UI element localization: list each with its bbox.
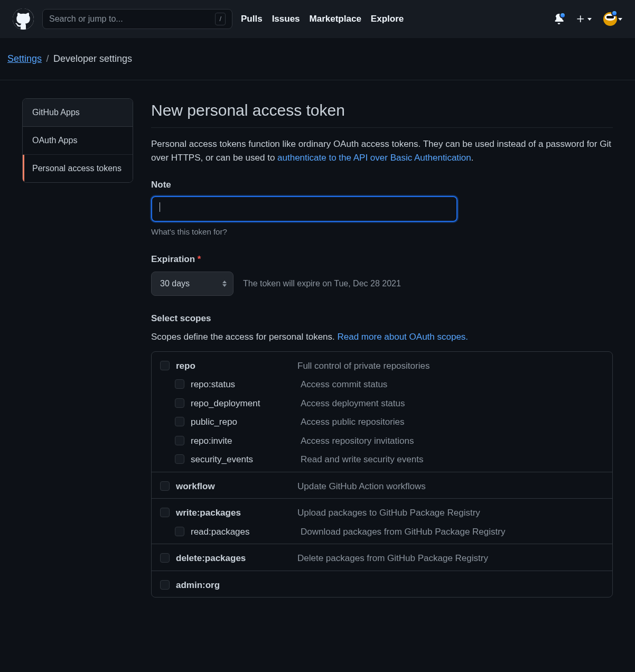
scopes-heading: Select scopes	[151, 312, 613, 325]
scope-name: write:packages	[176, 506, 297, 520]
scope-desc: Delete packages from GitHub Package Regi…	[297, 552, 604, 565]
scope-row: repo_deploymentAccess deployment status	[160, 397, 604, 410]
top-nav: Pulls Issues Marketplace Explore	[241, 12, 404, 26]
notifications-button[interactable]	[554, 14, 564, 24]
select-caret-icon	[222, 281, 227, 287]
page-title: New personal access token	[151, 98, 613, 128]
scope-desc: Download packages from GitHub Package Re…	[301, 525, 604, 539]
create-new-button[interactable]	[576, 14, 592, 24]
slash-key-icon: /	[215, 13, 226, 25]
top-bar: / Pulls Issues Marketplace Explore	[0, 0, 635, 38]
scopes-subtext: Scopes define the access for personal to…	[151, 330, 613, 344]
nav-explore[interactable]: Explore	[371, 12, 404, 26]
scope-desc: Update GitHub Action workflows	[297, 480, 604, 493]
intro-text: Personal access tokens function like ord…	[151, 137, 613, 164]
scope-row: delete:packagesDelete packages from GitH…	[160, 552, 604, 565]
scope-checkbox[interactable]	[160, 553, 170, 563]
scope-name: security_events	[191, 453, 301, 466]
scope-checkbox[interactable]	[175, 527, 184, 536]
notification-dot-icon	[559, 12, 566, 18]
scope-name: repo_deployment	[191, 397, 301, 410]
scope-row: write:packagesUpload packages to GitHub …	[160, 506, 604, 520]
main-container: GitHub Apps OAuth Apps Personal access t…	[0, 80, 635, 615]
avatar-status-dot-icon	[611, 10, 618, 16]
note-input[interactable]	[151, 196, 457, 222]
scope-group: repoFull control of private repositories…	[152, 352, 612, 472]
scopes-learn-more-link[interactable]: Read more about OAuth scopes.	[337, 332, 468, 342]
scope-row: admin:org	[160, 578, 604, 592]
expiration-select[interactable]: 30 days	[151, 272, 234, 296]
top-bar-right	[554, 12, 622, 26]
scope-name: delete:packages	[176, 552, 297, 565]
scope-name: read:packages	[191, 525, 301, 539]
plus-icon	[576, 14, 585, 24]
scope-row: workflowUpdate GitHub Action workflows	[160, 480, 604, 493]
breadcrumb-separator: /	[46, 53, 49, 64]
scope-name: workflow	[176, 480, 297, 493]
scope-row: repo:inviteAccess repository invitations	[160, 434, 604, 448]
caret-down-icon	[618, 18, 622, 21]
breadcrumb-current: Developer settings	[53, 53, 132, 64]
scope-checkbox[interactable]	[175, 454, 184, 464]
scope-group: workflowUpdate GitHub Action workflows	[152, 472, 612, 499]
scope-desc: Access deployment status	[301, 397, 604, 410]
scope-group: delete:packagesDelete packages from GitH…	[152, 544, 612, 571]
expiration-label: Expiration *	[151, 253, 613, 266]
scope-desc: Access public repositories	[301, 415, 604, 429]
sidenav-oauth-apps[interactable]: OAuth Apps	[23, 127, 133, 155]
scope-row: security_eventsRead and write security e…	[160, 453, 604, 466]
scope-desc: Read and write security events	[301, 453, 604, 466]
scope-checkbox[interactable]	[175, 398, 184, 408]
nav-issues[interactable]: Issues	[272, 12, 300, 26]
breadcrumb: Settings / Developer settings	[0, 38, 635, 80]
expiration-hint: The token will expire on Tue, Dec 28 202…	[243, 277, 401, 290]
intro-link[interactable]: authenticate to the API over Basic Authe…	[277, 153, 471, 163]
scope-desc: Access commit status	[301, 378, 604, 391]
sidenav-personal-access-tokens[interactable]: Personal access tokens	[23, 155, 133, 182]
scope-checkbox[interactable]	[160, 508, 170, 517]
scope-checkbox[interactable]	[175, 436, 184, 445]
scope-group: write:packagesUpload packages to GitHub …	[152, 499, 612, 544]
scope-group: admin:org	[152, 571, 612, 598]
scope-checkbox[interactable]	[175, 417, 184, 426]
sidenav-github-apps[interactable]: GitHub Apps	[23, 99, 133, 127]
scope-name: public_repo	[191, 415, 301, 429]
required-star-icon: *	[198, 254, 201, 264]
main-content: New personal access token Personal acces…	[151, 98, 613, 598]
scope-row: repo:statusAccess commit status	[160, 378, 604, 391]
side-nav: GitHub Apps OAuth Apps Personal access t…	[22, 98, 133, 183]
note-hint: What's this token for?	[151, 226, 613, 238]
scope-row: public_repoAccess public repositories	[160, 415, 604, 429]
scope-row: read:packagesDownload packages from GitH…	[160, 525, 604, 539]
scope-checkbox[interactable]	[160, 580, 170, 590]
scope-desc: Upload packages to GitHub Package Regist…	[297, 506, 604, 520]
scope-desc: Full control of private repositories	[297, 359, 604, 373]
scope-desc: Access repository invitations	[301, 434, 604, 448]
scope-name: admin:org	[176, 578, 297, 592]
user-menu-button[interactable]	[603, 12, 622, 26]
scope-name: repo:status	[191, 378, 301, 391]
scope-checkbox[interactable]	[175, 379, 184, 389]
scope-row: repoFull control of private repositories	[160, 359, 604, 373]
breadcrumb-settings-link[interactable]: Settings	[7, 53, 42, 64]
nav-marketplace[interactable]: Marketplace	[310, 12, 361, 26]
note-label: Note	[151, 178, 613, 192]
caret-down-icon	[587, 18, 592, 21]
scope-checkbox[interactable]	[160, 481, 170, 491]
scopes-box: repoFull control of private repositories…	[151, 351, 613, 598]
scope-checkbox[interactable]	[160, 361, 170, 370]
nav-pulls[interactable]: Pulls	[241, 12, 263, 26]
search-input-wrap[interactable]: /	[42, 9, 232, 29]
scope-name: repo:invite	[191, 434, 301, 448]
scope-name: repo	[176, 359, 297, 373]
github-logo-icon[interactable]	[13, 8, 34, 30]
intro-text-b: .	[471, 153, 474, 163]
expiration-select-value: 30 days	[160, 279, 190, 288]
search-input[interactable]	[49, 14, 215, 24]
